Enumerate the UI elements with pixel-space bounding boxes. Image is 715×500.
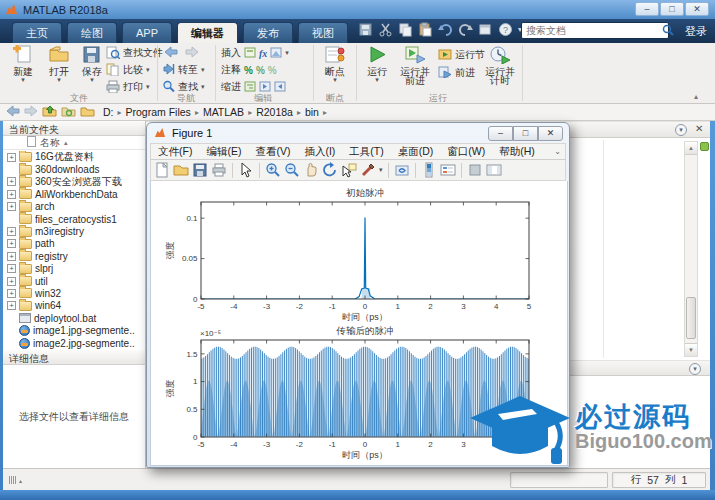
file-row[interactable]: +util [3,275,145,287]
up-folder-icon[interactable] [42,103,57,121]
save-icon[interactable] [358,22,373,37]
find-files-button[interactable]: 查找文件 [106,46,163,60]
compare-button[interactable]: 比较 ▾ [106,63,150,77]
print-button[interactable]: 打印 ▾ [106,80,150,94]
zoom-out-icon[interactable] [284,162,300,178]
comment-icon[interactable]: % [244,65,253,76]
current-folder-header[interactable]: 当前文件夹 [3,121,146,136]
ribbon-tab[interactable]: 编辑器 [177,22,238,43]
file-row[interactable]: +arch [3,201,145,213]
run-button[interactable]: 运行 ▾ [360,45,394,83]
ribbon-tab[interactable]: 绘图 [67,22,117,43]
run-time-button[interactable]: 运行并计时 [482,45,518,85]
ribbon-collapse-icon[interactable]: ▴ [694,92,698,101]
breadcrumb-segment[interactable]: R2018a [256,106,293,118]
save-icon[interactable] [192,162,208,178]
back-icon[interactable] [6,103,20,121]
legend-icon[interactable] [440,162,456,178]
expand-toggle[interactable]: + [7,190,16,199]
insert-function-icon[interactable]: fx [259,48,267,59]
dropdown-icon[interactable]: ▾ [285,49,289,57]
close-button[interactable]: ✕ [538,126,563,141]
details-panel-header[interactable]: 详细信息 [3,350,146,365]
name-column-header[interactable]: 名称 ▴ [3,136,145,150]
link-plots-icon[interactable] [394,162,410,178]
scroll-down-icon[interactable]: ▼ [685,343,697,356]
save-button[interactable]: 保存 ▾ [76,45,108,83]
pan-icon[interactable] [303,162,319,178]
plot-tools-hide-icon[interactable] [467,162,483,178]
open-icon[interactable] [173,162,189,178]
indent-left-icon[interactable] [274,81,286,94]
ribbon-tab[interactable]: 主页 [12,22,62,43]
file-row[interactable]: +registry [3,250,145,262]
scroll-up-icon[interactable]: ▲ [685,142,697,155]
panel-close-icon[interactable]: ✕ [695,123,703,134]
file-row[interactable]: +16G优盘资料 [3,151,145,163]
breakpoints-button[interactable]: 断点 ▾ [316,45,354,83]
goto-button[interactable]: 转至 ▾ [162,63,205,77]
expand-toggle[interactable]: + [7,301,16,310]
copy-icon[interactable] [398,22,413,37]
expand-toggle[interactable]: + [7,177,16,186]
figure-menu-item[interactable]: 帮助(H) [492,145,542,159]
file-row[interactable]: +AliWorkbenchData [3,188,145,200]
brush-dropdown-icon[interactable]: ▾ [379,166,383,174]
menubar-overflow-icon[interactable]: ⌄ [554,147,561,156]
search-icon[interactable] [662,22,674,40]
rotate-3d-icon[interactable] [322,162,338,178]
file-row[interactable]: +360安全浏览器下载 [3,176,145,188]
figure-menu-item[interactable]: 文件(F) [151,145,199,159]
file-row[interactable]: deploytool.bat [3,312,145,324]
browse-folder-icon[interactable] [61,103,76,121]
ribbon-tab[interactable]: 发布 [243,22,293,43]
maximize-button[interactable]: □ [513,126,538,141]
scrollbar-thumb[interactable] [686,297,696,339]
file-row[interactable]: +m3iregistry [3,225,145,237]
uncomment-icon[interactable]: % [256,65,265,76]
editor-scrollbar[interactable]: ▲ ▼ [684,141,698,357]
expand-toggle[interactable]: + [7,227,16,236]
expand-toggle[interactable]: + [7,239,16,248]
minimize-button[interactable]: – [488,126,513,141]
forward-icon[interactable] [185,46,199,60]
figure-menu-item[interactable]: 窗口(W) [440,145,492,159]
file-row[interactable]: +win32 [3,287,145,299]
cut-icon[interactable] [378,22,393,37]
maximize-button[interactable]: □ [660,2,684,16]
file-row[interactable]: image1.jpg-segmente.. [3,324,145,336]
file-row[interactable]: +path [3,238,145,250]
expand-toggle[interactable]: + [7,277,16,286]
colorbar-icon[interactable] [421,162,437,178]
statusbar-grip-icon[interactable]: ▴ [9,476,22,484]
file-row[interactable]: files_ceratocystis1 [3,213,145,225]
breadcrumb-segment[interactable]: bin [305,106,319,118]
print-icon[interactable] [211,162,227,178]
help-icon[interactable]: ? [498,22,513,37]
plot-tools-show-icon[interactable] [486,162,502,178]
pointer-icon[interactable] [238,162,254,178]
back-icon[interactable] [164,46,178,60]
redo-icon[interactable] [458,22,473,37]
expand-toggle[interactable]: + [7,252,16,261]
figure-menu-item[interactable]: 插入(I) [297,145,342,159]
breadcrumb-segment[interactable]: Program Files [126,106,191,118]
breadcrumb-segment[interactable]: MATLAB [203,106,244,118]
zoom-in-icon[interactable] [265,162,281,178]
code-health-indicator[interactable] [700,142,709,151]
brush-icon[interactable] [360,162,376,178]
new-figure-icon[interactable] [154,162,170,178]
search-input[interactable] [522,25,662,36]
file-row[interactable]: 360downloads [3,163,145,175]
figure-menu-item[interactable]: 桌面(D) [391,145,441,159]
expand-toggle[interactable]: + [7,289,16,298]
panel-menu-icon[interactable]: ▾ [689,363,701,375]
login-link[interactable]: 登录 [685,24,707,39]
expand-toggle[interactable]: + [7,202,16,211]
run-advance-button[interactable]: 运行并前进 [396,45,434,85]
minimize-button[interactable]: – [635,2,659,16]
breadcrumb-segment[interactable]: D: [103,106,114,118]
undo-icon[interactable] [438,22,453,37]
figure-menu-item[interactable]: 工具(T) [342,145,390,159]
figure-menu-item[interactable]: 查看(V) [248,145,297,159]
